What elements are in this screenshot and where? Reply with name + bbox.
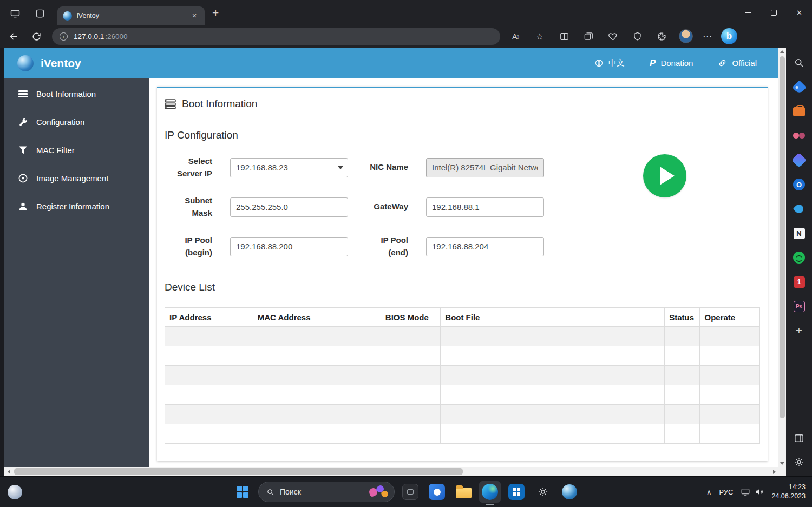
dark-app-button[interactable]	[400, 481, 421, 503]
sidebar-photoshop-icon[interactable]: Ps	[791, 299, 807, 314]
edge-icon	[482, 484, 498, 500]
language-indicator[interactable]: РУС	[719, 488, 733, 496]
read-aloud-icon[interactable]: A))	[510, 31, 521, 42]
horizontal-scrollbar[interactable]	[4, 467, 778, 476]
close-button[interactable]: ✕	[787, 0, 812, 25]
sidebar-oneapp-icon[interactable]: 1	[791, 274, 807, 289]
sidebar-item-mac-filter[interactable]: MAC Filter	[4, 136, 149, 164]
shield-icon[interactable]	[632, 31, 643, 42]
iventoy-tray-button[interactable]	[559, 481, 580, 503]
official-label: Official	[732, 58, 757, 68]
sidebar-games-icon[interactable]	[791, 128, 807, 143]
sidebar-shopping-icon[interactable]	[791, 80, 807, 95]
official-link[interactable]: Official	[718, 58, 757, 68]
device-cell	[665, 366, 700, 385]
gateway-field[interactable]	[426, 197, 544, 217]
sidebar-panel-toggle-icon[interactable]	[791, 431, 807, 446]
vertical-scrollbar-thumb[interactable]	[780, 56, 785, 418]
taskbar-search[interactable]: Поиск	[258, 482, 395, 502]
server-ip-select[interactable]: 192.168.88.23	[230, 158, 348, 177]
subnet-mask-field[interactable]	[230, 197, 348, 217]
device-cell	[700, 366, 760, 385]
sidebar-item-register-information[interactable]: Register Information	[4, 192, 149, 220]
page-viewport: iVentoy 中文 P Donation Official	[0, 48, 786, 476]
scroll-left-icon[interactable]	[4, 467, 13, 476]
workspaces-icon[interactable]	[35, 8, 45, 19]
edge-sidebar: O N 1 Ps +	[786, 48, 812, 476]
sidebar-item-boot-information[interactable]: Boot Information	[4, 80, 149, 108]
tab-actions-icon[interactable]	[10, 8, 21, 19]
ip-pool-end-field[interactable]	[426, 237, 544, 256]
scroll-down-icon[interactable]	[778, 459, 786, 467]
sidebar-spotify-icon[interactable]	[791, 250, 807, 265]
address-bar[interactable]: i 127.0.0.1 :26000	[52, 28, 500, 45]
horizontal-scrollbar-thumb[interactable]	[14, 468, 463, 475]
scroll-up-icon[interactable]	[778, 48, 786, 55]
back-icon[interactable]	[6, 29, 21, 43]
device-row	[165, 385, 760, 405]
tray-chevron-icon[interactable]: ∧	[706, 488, 712, 496]
wrench-icon	[18, 117, 28, 127]
sidebar-item-configuration[interactable]: Configuration	[4, 108, 149, 136]
sidebar-outlook-icon[interactable]: O	[791, 177, 807, 192]
sidebar-add-icon[interactable]: +	[791, 323, 807, 338]
profile-avatar[interactable]	[679, 29, 693, 43]
browser-tab[interactable]: iVentoy ✕	[57, 6, 205, 25]
tab-close-icon[interactable]: ✕	[189, 11, 199, 21]
edge-button[interactable]	[479, 481, 501, 503]
taskbar-clock[interactable]: 14:23 24.06.2023	[771, 483, 806, 502]
sidebar-tools-icon[interactable]	[791, 104, 807, 119]
split-screen-icon[interactable]	[559, 31, 569, 42]
file-explorer-button[interactable]	[453, 481, 474, 503]
language-toggle[interactable]: 中文	[594, 58, 625, 68]
clock-date: 24.06.2023	[771, 492, 806, 500]
main-content: Boot Information IP Configuration Select…	[149, 78, 778, 467]
sidebar-item-label: Boot Information	[36, 89, 96, 98]
sidebar-search-icon[interactable]	[791, 55, 807, 70]
sidebar-settings-icon[interactable]	[791, 455, 807, 470]
settings-button[interactable]	[532, 481, 554, 503]
tab-favicon	[63, 11, 72, 21]
col-mac-address: MAC Address	[253, 308, 381, 327]
ip-pool-begin-field[interactable]	[230, 237, 348, 256]
sidebar-drop-icon[interactable]	[791, 201, 807, 216]
store-button[interactable]	[506, 481, 527, 503]
media-player-button[interactable]	[426, 481, 448, 503]
subnet-mask-label: Subnet Mask	[165, 195, 212, 219]
tray-status-icons[interactable]	[741, 487, 764, 497]
minimize-button[interactable]	[736, 0, 761, 25]
start-button[interactable]	[232, 481, 253, 503]
device-cell	[253, 327, 381, 346]
favorite-star-icon[interactable]: ☆	[534, 31, 545, 42]
bing-copilot-icon[interactable]: b	[721, 28, 737, 44]
sidebar-designer-icon[interactable]	[791, 153, 807, 168]
tab-title: iVentoy	[77, 12, 185, 19]
sidebar-item-image-management[interactable]: Image Management	[4, 164, 149, 192]
device-cell	[441, 424, 665, 444]
start-service-button[interactable]	[643, 154, 686, 197]
paypal-icon: P	[650, 58, 656, 69]
device-cell	[165, 366, 253, 385]
col-ip-address: IP Address	[165, 308, 253, 327]
collections-icon[interactable]	[583, 31, 594, 42]
maximize-button[interactable]	[761, 0, 787, 25]
iventoy-icon	[562, 484, 577, 499]
vertical-scrollbar[interactable]	[778, 48, 786, 467]
extensions-icon[interactable]	[656, 31, 667, 42]
scroll-right-icon[interactable]	[770, 467, 778, 476]
person-icon	[18, 202, 28, 211]
refresh-icon[interactable]	[29, 29, 43, 43]
sidebar-onenote-icon[interactable]: N	[791, 226, 807, 241]
device-cell	[665, 327, 700, 346]
new-tab-button[interactable]: +	[205, 6, 219, 25]
device-cell	[165, 424, 253, 444]
donation-link[interactable]: P Donation	[650, 58, 693, 69]
browser-menu-icon[interactable]: ⋯	[703, 31, 712, 42]
browser-essentials-icon[interactable]	[607, 31, 618, 42]
device-cell	[381, 346, 441, 366]
windows-taskbar: Поиск ∧ РУС 14:23 24.06.2023	[0, 476, 812, 507]
site-info-icon[interactable]: i	[60, 32, 68, 41]
taskbar-corner-icon[interactable]	[8, 485, 22, 499]
volume-icon	[754, 487, 764, 497]
device-cell	[381, 385, 441, 405]
